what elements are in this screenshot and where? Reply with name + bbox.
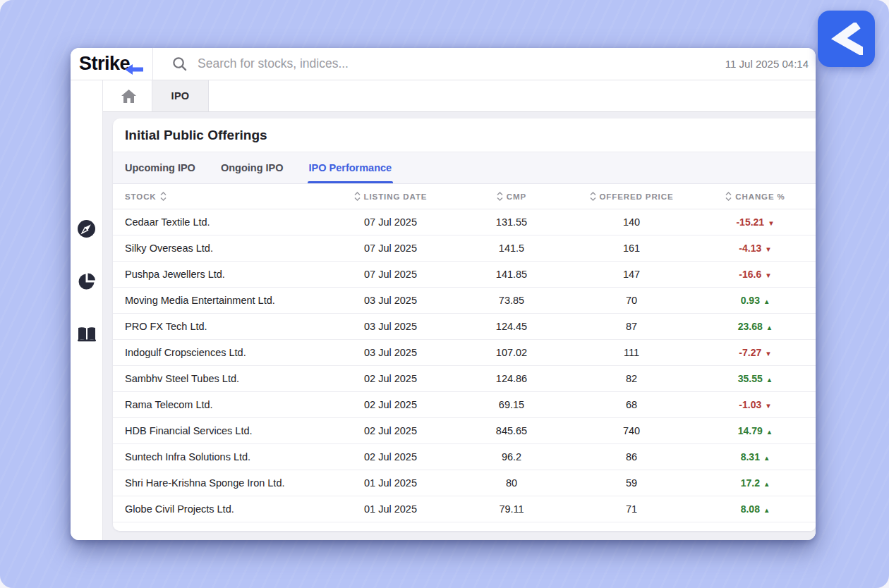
page-title: Initial Public Offerings: [125, 128, 267, 143]
subtab-label: IPO Performance: [309, 162, 392, 173]
change-direction-icon: ▲: [763, 297, 770, 305]
listing-date-cell: 02 Jul 2025: [326, 373, 455, 384]
subtab-ipo-performance[interactable]: IPO Performance: [309, 152, 392, 183]
table-header-row: STOCK LISTING DATE: [113, 184, 816, 209]
change-pct-cell: -15.21 ▼: [695, 216, 816, 228]
change-direction-icon: ▼: [765, 245, 771, 252]
stock-name-cell: Suntech Infra Solutions Ltd.: [113, 451, 326, 463]
sort-icon: [354, 192, 361, 201]
cmp-cell: 107.02: [455, 347, 568, 358]
nav-tab-ipo-label: IPO: [171, 90, 190, 102]
change-pct-cell: -16.6 ▼: [695, 269, 816, 280]
compass-icon[interactable]: [76, 218, 97, 239]
sort-icon: [725, 192, 732, 201]
table-body: Cedaar Textile Ltd. 07 Jul 2025 131.55 1…: [113, 209, 816, 522]
change-pct-cell: -4.13 ▼: [695, 243, 816, 254]
change-direction-icon: ▲: [766, 427, 773, 435]
cmp-cell: 69.15: [455, 399, 568, 410]
cmp-cell: 141.85: [455, 269, 568, 280]
datetime-label: 11 Jul 2025 04:14: [725, 58, 816, 70]
listing-date-cell: 01 Jul 2025: [326, 503, 455, 515]
card-title-bar: Initial Public Offerings: [113, 118, 816, 152]
left-sidebar: [71, 80, 103, 540]
listing-date-cell: 02 Jul 2025: [326, 451, 455, 463]
change-pct-cell: 17.2 ▲: [695, 477, 816, 489]
table-row[interactable]: Sambhv Steel Tubes Ltd. 02 Jul 2025 124.…: [113, 366, 816, 392]
listing-date-cell: 03 Jul 2025: [326, 295, 455, 306]
offered-price-cell: 82: [568, 373, 695, 384]
stock-name-cell: Sambhv Steel Tubes Ltd.: [113, 373, 326, 384]
back-button[interactable]: [818, 11, 875, 67]
table-row[interactable]: Silky Overseas Ltd. 07 Jul 2025 141.5 16…: [113, 235, 816, 262]
content-area: Initial Public Offerings Upcoming IPO On…: [103, 112, 816, 540]
offered-price-cell: 111: [568, 347, 695, 358]
ipo-card: Initial Public Offerings Upcoming IPO On…: [113, 118, 816, 531]
table-row[interactable]: Globe Civil Projects Ltd. 01 Jul 2025 79…: [113, 496, 816, 522]
offered-price-cell: 86: [568, 451, 695, 463]
stock-name-cell: Pushpa Jewellers Ltd.: [113, 269, 326, 280]
stock-name-cell: Silky Overseas Ltd.: [113, 243, 326, 254]
cmp-cell: 124.86: [455, 373, 568, 384]
change-direction-icon: ▼: [765, 271, 771, 278]
table-row[interactable]: Suntech Infra Solutions Ltd. 02 Jul 2025…: [113, 444, 816, 470]
offered-price-cell: 87: [568, 321, 695, 332]
subtab-label: Upcoming IPO: [125, 162, 195, 173]
top-bar: Strike 11 Jul 2025 04:14: [71, 48, 816, 80]
table-row[interactable]: Rama Telecom Ltd. 02 Jul 2025 69.15 68 -…: [113, 392, 816, 418]
offered-price-cell: 71: [568, 503, 695, 515]
table-row-partial: [113, 522, 816, 531]
change-direction-icon: ▼: [768, 219, 774, 226]
offered-price-cell: 70: [568, 295, 695, 306]
column-header-stock[interactable]: STOCK: [113, 192, 326, 201]
search-icon: [171, 56, 188, 72]
nav-tab-strip: IPO: [103, 80, 816, 112]
table-row[interactable]: HDB Financial Services Ltd. 02 Jul 2025 …: [113, 418, 816, 444]
nav-tab-ipo[interactable]: IPO: [152, 80, 209, 111]
table-row[interactable]: PRO FX Tech Ltd. 03 Jul 2025 124.45 87 2…: [113, 314, 816, 340]
cmp-cell: 96.2: [455, 451, 568, 463]
cmp-cell: 79.11: [455, 503, 568, 515]
stock-name-cell: HDB Financial Services Ltd.: [113, 425, 326, 436]
brand-logo-text: Strik: [79, 53, 120, 74]
pie-chart-icon[interactable]: [76, 271, 97, 292]
table-row[interactable]: Indogulf Cropsciences Ltd. 03 Jul 2025 1…: [113, 340, 816, 366]
cmp-cell: 131.55: [455, 216, 568, 228]
app-window: Strike 11 Jul 2025 04:14: [71, 48, 816, 540]
column-header-change-pct[interactable]: CHANGE %: [695, 192, 816, 201]
change-pct-cell: 8.31 ▲: [695, 451, 816, 463]
table-row[interactable]: Cedaar Textile Ltd. 07 Jul 2025 131.55 1…: [113, 209, 816, 235]
change-pct-cell: 8.08 ▲: [695, 503, 816, 515]
subtab-ongoing-ipo[interactable]: Ongoing IPO: [221, 152, 284, 183]
nav-tab-home[interactable]: [106, 80, 152, 111]
search-input[interactable]: [188, 56, 725, 71]
subtab-upcoming-ipo[interactable]: Upcoming IPO: [125, 152, 195, 183]
change-direction-icon: ▲: [766, 323, 773, 331]
offered-price-cell: 59: [568, 477, 695, 489]
stock-name-cell: Moving Media Entertainment Ltd.: [113, 295, 326, 306]
table-row[interactable]: Moving Media Entertainment Ltd. 03 Jul 2…: [113, 288, 816, 314]
cmp-cell: 80: [455, 477, 568, 489]
offered-price-cell: 147: [568, 269, 695, 280]
subtab-label: Ongoing IPO: [221, 162, 284, 173]
brand-arrow-icon: [125, 64, 143, 75]
home-icon: [121, 90, 136, 103]
stock-name-cell: PRO FX Tech Ltd.: [113, 321, 326, 332]
cmp-cell: 73.85: [455, 295, 568, 306]
column-header-offered-price[interactable]: OFFERED PRICE: [568, 192, 695, 201]
table-row[interactable]: Pushpa Jewellers Ltd. 07 Jul 2025 141.85…: [113, 262, 816, 288]
cmp-cell: 141.5: [455, 243, 568, 254]
column-header-cmp[interactable]: CMP: [455, 192, 568, 201]
sort-icon: [160, 192, 167, 201]
brand-logo[interactable]: Strike: [71, 53, 152, 75]
change-pct-cell: 0.93 ▲: [695, 295, 816, 306]
listing-date-cell: 02 Jul 2025: [326, 425, 455, 436]
book-icon[interactable]: [76, 324, 97, 345]
stock-name-cell: Cedaar Textile Ltd.: [113, 216, 326, 228]
change-pct-cell: -1.03 ▼: [695, 399, 816, 410]
table-row[interactable]: Shri Hare-Krishna Sponge Iron Ltd. 01 Ju…: [113, 470, 816, 496]
column-header-listing-date[interactable]: LISTING DATE: [326, 192, 455, 201]
ipo-performance-table: STOCK LISTING DATE: [113, 184, 816, 531]
change-direction-icon: ▼: [765, 401, 771, 409]
change-pct-cell: 35.55 ▲: [695, 373, 816, 384]
stock-name-cell: Shri Hare-Krishna Sponge Iron Ltd.: [113, 477, 326, 489]
